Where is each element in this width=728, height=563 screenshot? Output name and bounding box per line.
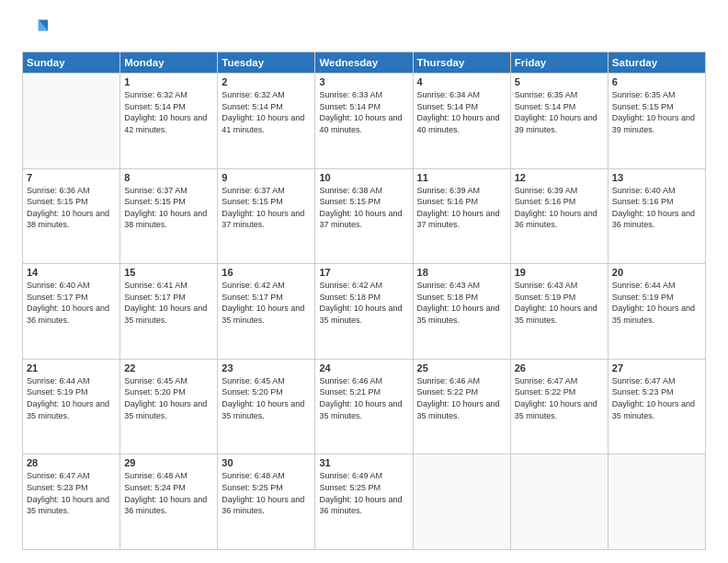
day-number: 6 <box>612 76 701 87</box>
day-number: 22 <box>124 362 213 373</box>
day-number: 30 <box>222 457 311 468</box>
header-friday: Friday <box>510 52 608 74</box>
day-number: 27 <box>612 362 701 373</box>
week-row-3: 14Sunrise: 6:40 AMSunset: 5:17 PMDayligh… <box>23 264 706 360</box>
day-info: Sunrise: 6:37 AMSunset: 5:15 PMDaylight:… <box>222 185 311 231</box>
day-number: 3 <box>319 76 408 87</box>
day-info: Sunrise: 6:41 AMSunset: 5:17 PMDaylight:… <box>124 280 213 326</box>
day-cell: 3Sunrise: 6:33 AMSunset: 5:14 PMDaylight… <box>315 74 413 169</box>
day-info: Sunrise: 6:43 AMSunset: 5:19 PMDaylight:… <box>515 280 604 326</box>
day-number: 17 <box>319 267 408 278</box>
day-info: Sunrise: 6:40 AMSunset: 5:16 PMDaylight:… <box>612 185 701 231</box>
day-cell: 31Sunrise: 6:49 AMSunset: 5:25 PMDayligh… <box>315 454 413 550</box>
day-number: 16 <box>222 267 311 278</box>
header-monday: Monday <box>120 52 218 74</box>
day-info: Sunrise: 6:32 AMSunset: 5:14 PMDaylight:… <box>222 89 311 135</box>
day-info: Sunrise: 6:34 AMSunset: 5:14 PMDaylight:… <box>417 89 506 135</box>
day-number: 10 <box>319 172 408 183</box>
day-number: 26 <box>515 362 604 373</box>
day-number: 5 <box>515 76 604 87</box>
day-cell: 27Sunrise: 6:47 AMSunset: 5:23 PMDayligh… <box>608 359 705 454</box>
calendar-table: Sunday Monday Tuesday Wednesday Thursday… <box>22 52 706 550</box>
day-info: Sunrise: 6:45 AMSunset: 5:20 PMDaylight:… <box>222 375 311 421</box>
day-cell: 16Sunrise: 6:42 AMSunset: 5:17 PMDayligh… <box>218 264 315 360</box>
day-cell: 28Sunrise: 6:47 AMSunset: 5:23 PMDayligh… <box>23 454 120 550</box>
day-number: 29 <box>124 457 213 468</box>
day-number: 23 <box>222 362 311 373</box>
day-cell: 6Sunrise: 6:35 AMSunset: 5:15 PMDaylight… <box>608 74 705 169</box>
day-cell: 13Sunrise: 6:40 AMSunset: 5:16 PMDayligh… <box>608 168 705 264</box>
day-cell: 29Sunrise: 6:48 AMSunset: 5:24 PMDayligh… <box>120 454 218 550</box>
day-info: Sunrise: 6:35 AMSunset: 5:15 PMDaylight:… <box>612 89 701 135</box>
header <box>22 17 706 42</box>
day-cell: 18Sunrise: 6:43 AMSunset: 5:18 PMDayligh… <box>413 264 510 360</box>
day-number: 19 <box>515 267 604 278</box>
day-cell: 26Sunrise: 6:47 AMSunset: 5:22 PMDayligh… <box>510 359 608 454</box>
day-number: 21 <box>27 362 116 373</box>
day-cell: 8Sunrise: 6:37 AMSunset: 5:15 PMDaylight… <box>120 168 218 264</box>
day-cell: 14Sunrise: 6:40 AMSunset: 5:17 PMDayligh… <box>23 264 120 360</box>
day-info: Sunrise: 6:38 AMSunset: 5:15 PMDaylight:… <box>319 185 408 231</box>
day-number: 31 <box>319 457 408 468</box>
day-number: 14 <box>27 267 116 278</box>
day-info: Sunrise: 6:37 AMSunset: 5:15 PMDaylight:… <box>124 185 213 231</box>
day-info: Sunrise: 6:43 AMSunset: 5:18 PMDaylight:… <box>417 280 506 326</box>
day-info: Sunrise: 6:46 AMSunset: 5:22 PMDaylight:… <box>417 375 506 421</box>
day-cell: 20Sunrise: 6:44 AMSunset: 5:19 PMDayligh… <box>608 264 705 360</box>
day-number: 7 <box>27 172 116 183</box>
weekday-header-row: Sunday Monday Tuesday Wednesday Thursday… <box>23 52 706 74</box>
week-row-4: 21Sunrise: 6:44 AMSunset: 5:19 PMDayligh… <box>23 359 706 454</box>
day-info: Sunrise: 6:32 AMSunset: 5:14 PMDaylight:… <box>124 89 213 135</box>
day-cell <box>413 454 510 550</box>
day-number: 4 <box>417 76 506 87</box>
day-cell: 15Sunrise: 6:41 AMSunset: 5:17 PMDayligh… <box>120 264 218 360</box>
day-cell: 9Sunrise: 6:37 AMSunset: 5:15 PMDaylight… <box>218 168 315 264</box>
header-sunday: Sunday <box>23 52 120 74</box>
day-number: 8 <box>124 172 213 183</box>
day-info: Sunrise: 6:36 AMSunset: 5:15 PMDaylight:… <box>27 185 116 231</box>
day-number: 11 <box>417 172 506 183</box>
day-cell: 11Sunrise: 6:39 AMSunset: 5:16 PMDayligh… <box>413 168 510 264</box>
day-cell: 30Sunrise: 6:48 AMSunset: 5:25 PMDayligh… <box>218 454 315 550</box>
day-number: 2 <box>222 76 311 87</box>
header-tuesday: Tuesday <box>218 52 315 74</box>
day-info: Sunrise: 6:42 AMSunset: 5:18 PMDaylight:… <box>319 280 408 326</box>
day-cell: 23Sunrise: 6:45 AMSunset: 5:20 PMDayligh… <box>218 359 315 454</box>
day-cell: 21Sunrise: 6:44 AMSunset: 5:19 PMDayligh… <box>23 359 120 454</box>
week-row-1: 1Sunrise: 6:32 AMSunset: 5:14 PMDaylight… <box>23 74 706 169</box>
day-info: Sunrise: 6:39 AMSunset: 5:16 PMDaylight:… <box>515 185 604 231</box>
day-number: 18 <box>417 267 506 278</box>
day-cell: 1Sunrise: 6:32 AMSunset: 5:14 PMDaylight… <box>120 74 218 169</box>
day-number: 15 <box>124 267 213 278</box>
day-info: Sunrise: 6:49 AMSunset: 5:25 PMDaylight:… <box>319 470 408 516</box>
week-row-2: 7Sunrise: 6:36 AMSunset: 5:15 PMDaylight… <box>23 168 706 264</box>
day-info: Sunrise: 6:47 AMSunset: 5:23 PMDaylight:… <box>27 470 116 516</box>
logo <box>22 17 51 42</box>
day-info: Sunrise: 6:40 AMSunset: 5:17 PMDaylight:… <box>27 280 116 326</box>
day-number: 20 <box>612 267 701 278</box>
day-cell <box>23 74 120 169</box>
day-info: Sunrise: 6:42 AMSunset: 5:17 PMDaylight:… <box>222 280 311 326</box>
day-info: Sunrise: 6:48 AMSunset: 5:24 PMDaylight:… <box>124 470 213 516</box>
day-cell: 12Sunrise: 6:39 AMSunset: 5:16 PMDayligh… <box>510 168 608 264</box>
day-number: 25 <box>417 362 506 373</box>
day-cell <box>608 454 705 550</box>
day-cell: 10Sunrise: 6:38 AMSunset: 5:15 PMDayligh… <box>315 168 413 264</box>
day-cell: 5Sunrise: 6:35 AMSunset: 5:14 PMDaylight… <box>510 74 608 169</box>
logo-icon <box>22 17 48 42</box>
day-info: Sunrise: 6:47 AMSunset: 5:23 PMDaylight:… <box>612 375 701 421</box>
header-wednesday: Wednesday <box>315 52 413 74</box>
day-cell: 22Sunrise: 6:45 AMSunset: 5:20 PMDayligh… <box>120 359 218 454</box>
day-number: 12 <box>515 172 604 183</box>
header-thursday: Thursday <box>413 52 510 74</box>
day-info: Sunrise: 6:44 AMSunset: 5:19 PMDaylight:… <box>612 280 701 326</box>
day-cell: 17Sunrise: 6:42 AMSunset: 5:18 PMDayligh… <box>315 264 413 360</box>
day-cell: 25Sunrise: 6:46 AMSunset: 5:22 PMDayligh… <box>413 359 510 454</box>
day-number: 9 <box>222 172 311 183</box>
day-number: 24 <box>319 362 408 373</box>
day-info: Sunrise: 6:45 AMSunset: 5:20 PMDaylight:… <box>124 375 213 421</box>
day-info: Sunrise: 6:47 AMSunset: 5:22 PMDaylight:… <box>515 375 604 421</box>
week-row-5: 28Sunrise: 6:47 AMSunset: 5:23 PMDayligh… <box>23 454 706 550</box>
day-info: Sunrise: 6:39 AMSunset: 5:16 PMDaylight:… <box>417 185 506 231</box>
header-saturday: Saturday <box>608 52 705 74</box>
